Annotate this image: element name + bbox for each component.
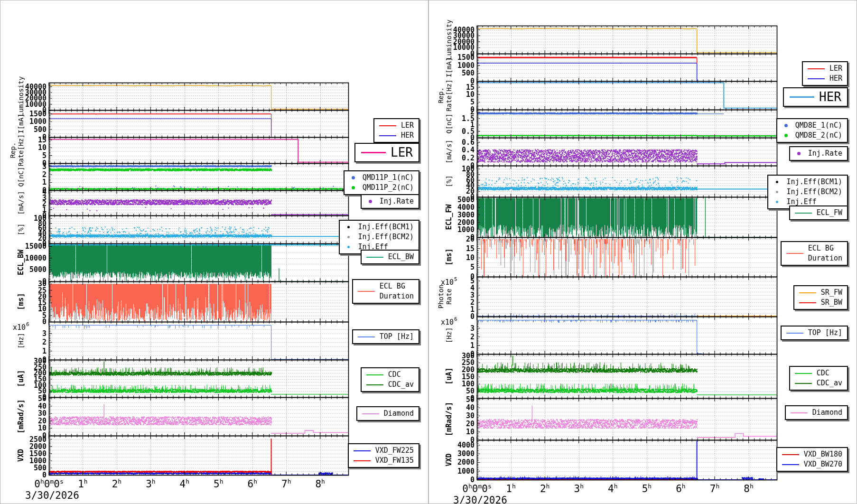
dot-swatch-icon bbox=[784, 124, 788, 127]
line-swatch-icon bbox=[366, 384, 383, 385]
line-swatch-icon bbox=[782, 454, 799, 455]
legend-item: CDC_av bbox=[366, 380, 414, 390]
legend-item: TOP [Hz] bbox=[358, 332, 414, 342]
legend-item: Inj.Rate bbox=[795, 149, 842, 159]
legend-item: VXD_BW180 bbox=[782, 449, 842, 459]
legend-item: QMD8E_2(nC) bbox=[782, 131, 842, 140]
line-swatch-icon bbox=[786, 253, 803, 254]
legend-ler-her: LERHER bbox=[802, 61, 848, 86]
dot-swatch-icon bbox=[797, 152, 801, 155]
line-swatch-icon bbox=[795, 383, 812, 384]
legend-label: HER bbox=[819, 89, 841, 105]
legend-item: LER bbox=[808, 64, 842, 74]
line-swatch-icon bbox=[782, 464, 799, 465]
legend-item: Inj.Eff(BCM2) bbox=[773, 187, 842, 197]
legend-label: VXD_BW180 bbox=[804, 449, 842, 459]
legend-label: Inj.Rate bbox=[380, 196, 414, 206]
legend-item: HER bbox=[379, 131, 414, 140]
legend-label: CDC bbox=[388, 370, 401, 380]
line-swatch-icon bbox=[366, 257, 383, 258]
legend-item: TOP [Hz] bbox=[786, 328, 842, 338]
legend-item: HER bbox=[790, 89, 841, 105]
legend-diamond: Diamond bbox=[785, 405, 848, 420]
right-window: LERHERHERQMD8E_1(nC)QMD8E_2(nC)Inj.RateI… bbox=[428, 0, 857, 504]
line-swatch-icon bbox=[795, 213, 812, 214]
line-swatch-icon bbox=[366, 374, 383, 375]
legend-item: ECL_FW bbox=[795, 208, 842, 218]
legend-sr: SR_FWSR_BW bbox=[793, 285, 848, 310]
dot-swatch-icon bbox=[347, 226, 350, 228]
dot-swatch-icon bbox=[347, 236, 350, 238]
legend-top-hz: TOP [Hz] bbox=[781, 326, 848, 340]
legend-label: LER bbox=[829, 64, 842, 74]
legend-item: QMD11P_2(nC) bbox=[349, 183, 414, 193]
legend-item: CDC bbox=[366, 370, 414, 380]
legend-label: ECL BG Duration bbox=[808, 243, 842, 263]
legend-inj-rate: Inj.Rate bbox=[789, 146, 848, 161]
dot-swatch-icon bbox=[347, 246, 350, 248]
legend-inj-rate: Inj.Rate bbox=[361, 194, 419, 209]
dot-swatch-icon bbox=[776, 181, 778, 183]
legend-item: Inj.Eff(BCM1) bbox=[773, 177, 842, 187]
legend-inj-eff: Inj.Eff(BCM1)Inj.Eff(BCM2)Inj.Eff bbox=[767, 175, 848, 209]
legend-cdc: CDCCDC_av bbox=[789, 366, 848, 391]
legend-item: Inj.Eff(BCM1) bbox=[345, 222, 414, 232]
line-swatch-icon bbox=[790, 96, 814, 98]
dot-swatch-icon bbox=[776, 191, 778, 193]
legend-label: SR_BW bbox=[821, 298, 842, 308]
legend-ecl-bg: ECL BG Duration bbox=[781, 241, 848, 266]
line-swatch-icon bbox=[799, 302, 816, 303]
dot-swatch-icon bbox=[369, 200, 372, 203]
legend-item: Diamond bbox=[791, 408, 842, 418]
line-swatch-icon bbox=[808, 68, 825, 69]
legend-label: Inj.Rate bbox=[808, 149, 842, 159]
legend-item: Diamond bbox=[362, 409, 414, 419]
legend-ler-big: LER bbox=[354, 143, 419, 162]
legend-vxd: VXD_BW180VXD_BW270 bbox=[776, 447, 848, 472]
legend-item: HER bbox=[808, 74, 842, 84]
legend-vxd: VXD_FW225VXD_FW135 bbox=[348, 443, 419, 468]
legend-label: TOP [Hz] bbox=[380, 332, 414, 342]
legend-label: Diamond bbox=[812, 408, 842, 418]
dot-swatch-icon bbox=[784, 134, 788, 137]
legend-item: CDC_av bbox=[795, 378, 842, 388]
legend-label: VXD_FW225 bbox=[375, 446, 414, 456]
legend-ler-her: LERHER bbox=[373, 118, 419, 143]
legend-item: QMD8E_1(nC) bbox=[782, 121, 842, 131]
legend-item: Inj.Rate bbox=[366, 196, 414, 206]
legend-label: Diamond bbox=[384, 409, 414, 419]
legend-label: ECL_FW bbox=[817, 208, 842, 218]
legend-item: CDC bbox=[795, 368, 842, 378]
legend-label: VXD_BW270 bbox=[804, 459, 842, 469]
legend-item: ECL BG Duration bbox=[786, 243, 842, 263]
line-swatch-icon bbox=[808, 78, 825, 79]
legend-item: SR_FW bbox=[799, 288, 842, 298]
legend-ecl-bw: ECL_BW bbox=[361, 250, 419, 264]
legend-label: LER bbox=[391, 145, 413, 160]
legend-label: HER bbox=[829, 74, 842, 84]
legend-label: QMD8E_1(nC) bbox=[795, 121, 842, 131]
legend-label: HER bbox=[401, 131, 414, 140]
line-swatch-icon bbox=[379, 125, 396, 126]
line-swatch-icon bbox=[795, 373, 812, 374]
line-swatch-icon bbox=[791, 412, 808, 413]
legend-item: LER bbox=[379, 121, 414, 131]
legend-label: LER bbox=[401, 121, 414, 131]
legend-label: SR_FW bbox=[821, 288, 842, 298]
legend-label: Inj.Eff(BCM1) bbox=[358, 222, 414, 232]
line-swatch-icon bbox=[358, 291, 375, 292]
legend-item: VXD_BW270 bbox=[782, 459, 842, 469]
legend-label: CDC_av bbox=[817, 378, 842, 388]
legend-her-big: HER bbox=[783, 87, 848, 107]
legend-label: CDC_av bbox=[388, 380, 414, 390]
legend-item: VXD_FW225 bbox=[354, 446, 414, 456]
dot-swatch-icon bbox=[352, 186, 355, 189]
legend-item: VXD_FW135 bbox=[354, 456, 414, 466]
legend-ecl-bg: ECL BG Duration bbox=[352, 279, 419, 304]
legend-qmd11p: QMD11P_1(nC)QMD11P_2(nC) bbox=[344, 170, 419, 195]
legend-label: QMD11P_2(nC) bbox=[363, 183, 414, 193]
legend-top-hz: TOP [Hz] bbox=[352, 329, 419, 344]
legend-item: QMD11P_1(nC) bbox=[349, 173, 414, 183]
legend-label: TOP [Hz] bbox=[808, 328, 842, 338]
dot-swatch-icon bbox=[352, 176, 355, 179]
